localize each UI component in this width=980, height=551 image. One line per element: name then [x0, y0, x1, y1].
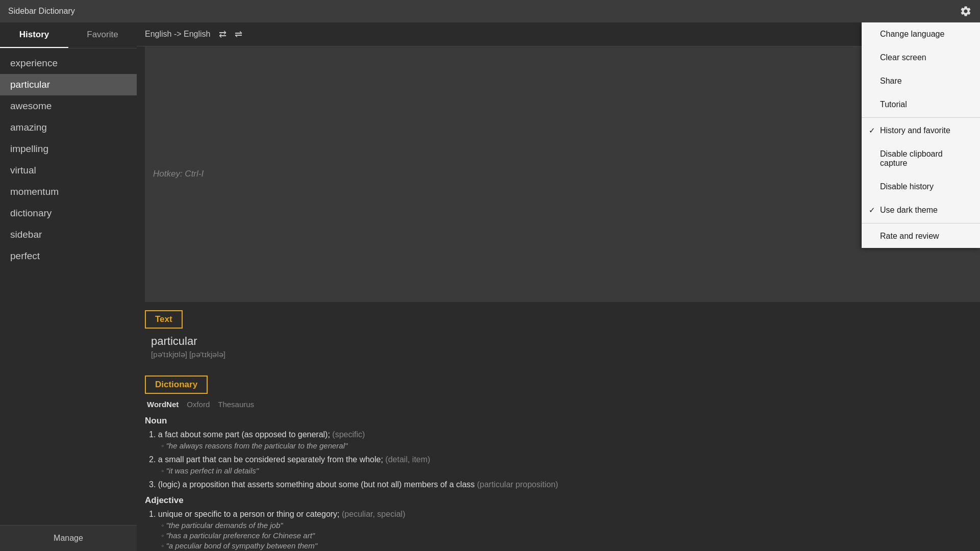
menu-item-tutorial[interactable]: Tutorial [862, 93, 980, 116]
word-title: particular [145, 335, 972, 348]
dict-sub-tabs: WordNetOxfordThesaurus [145, 400, 972, 409]
dict-tab-oxford[interactable]: Oxford [187, 400, 210, 409]
definition-example: "a peculiar bond of sympathy between the… [161, 541, 972, 550]
definition-item: 1. a fact about some part (as opposed to… [145, 430, 972, 450]
context-menu: Change languageClear screenShareTutorial… [862, 22, 980, 248]
sidebar-item-amazing[interactable]: amazing [0, 117, 137, 138]
sidebar-item-impelling[interactable]: impelling [0, 138, 137, 160]
pos-adjective: Adjective [145, 495, 972, 506]
tab-history[interactable]: History [0, 22, 68, 48]
history-list: experienceparticularawesomeamazingimpell… [0, 48, 137, 525]
sidebar-item-sidebar[interactable]: sidebar [0, 224, 137, 245]
menu-item-share[interactable]: Share [862, 69, 980, 93]
definition-synonyms: (specific) [332, 430, 365, 439]
adjective-definitions: 1. unique or specific to a person or thi… [145, 510, 972, 552]
definition-synonyms: (detail, item) [385, 455, 430, 464]
language-selector[interactable]: English -> English [145, 30, 211, 39]
word-phonetic: [pə'tɪkjʊlə] [pə'tɪkjələ] [145, 350, 972, 359]
manage-button[interactable]: Manage [0, 525, 137, 551]
sidebar-item-perfect[interactable]: perfect [0, 245, 137, 267]
menu-divider [862, 117, 980, 118]
sidebar-tabs: History Favorite [0, 22, 137, 48]
noun-definitions: 1. a fact about some part (as opposed to… [145, 430, 972, 489]
main-content: English -> English ⇄ ⇌ Text particular [… [137, 22, 980, 551]
definition-number: 1. a fact about some part (as opposed to… [149, 430, 972, 439]
sidebar-item-experience[interactable]: experience [0, 53, 137, 74]
definition-number: 1. unique or specific to a person or thi… [149, 510, 972, 519]
definition-item: 2. a small part that can be considered s… [145, 455, 972, 475]
settings-icon[interactable] [960, 5, 972, 17]
definition-item: 1. unique or specific to a person or thi… [145, 510, 972, 552]
swap-icon[interactable]: ⇄ [219, 29, 227, 40]
definition-example: "he always reasons from the particular t… [161, 441, 972, 450]
definition-example: "has a particular preference for Chinese… [161, 531, 972, 540]
sidebar-item-awesome[interactable]: awesome [0, 95, 137, 117]
app-body: History Favorite experienceparticularawe… [0, 22, 980, 551]
menu-item-disable-clipboard-capture[interactable]: Disable clipboard capture [862, 142, 980, 175]
menu-item-rate-and-review[interactable]: Rate and review [862, 224, 980, 248]
menu-item-disable-history[interactable]: Disable history [862, 175, 980, 198]
title-bar: Sidebar Dictionary [0, 0, 980, 22]
definition-item: 3. (logic) a proposition that asserts so… [145, 480, 972, 489]
pos-noun: Noun [145, 416, 972, 426]
definition-number: 3. (logic) a proposition that asserts so… [149, 480, 972, 489]
definition-number: 2. a small part that can be considered s… [149, 455, 972, 464]
menu-item-change-language[interactable]: Change language [862, 22, 980, 46]
tab-favorite[interactable]: Favorite [68, 22, 137, 48]
dict-tab-wordnet[interactable]: WordNet [147, 400, 179, 409]
swap-arrows-icon[interactable]: ⇌ [235, 29, 242, 40]
dictionary-section-label: Dictionary [145, 375, 208, 394]
sidebar-item-dictionary[interactable]: dictionary [0, 203, 137, 224]
top-bar: English -> English ⇄ ⇌ [137, 22, 980, 46]
definition-example: "it was perfect in all details" [161, 466, 972, 475]
search-input[interactable] [145, 46, 980, 302]
sidebar-item-momentum[interactable]: momentum [0, 181, 137, 203]
definition-synonyms: (peculiar, special) [342, 510, 406, 518]
definition-synonyms: (particular proposition) [477, 480, 558, 489]
definition-example: "the particular demands of the job" [161, 521, 972, 530]
menu-item-history-and-favorite[interactable]: History and favorite [862, 119, 980, 142]
menu-item-use-dark-theme[interactable]: Use dark theme [862, 198, 980, 222]
dict-tab-thesaurus[interactable]: Thesaurus [218, 400, 254, 409]
menu-divider [862, 223, 980, 223]
app-title: Sidebar Dictionary [8, 7, 75, 16]
sidebar: History Favorite experienceparticularawe… [0, 22, 137, 551]
menu-item-clear-screen[interactable]: Clear screen [862, 46, 980, 69]
sidebar-item-virtual[interactable]: virtual [0, 160, 137, 181]
text-section-label: Text [145, 310, 183, 329]
content-area: Text particular [pə'tɪkjʊlə] [pə'tɪkjələ… [137, 302, 980, 552]
sidebar-item-particular[interactable]: particular [0, 74, 137, 95]
